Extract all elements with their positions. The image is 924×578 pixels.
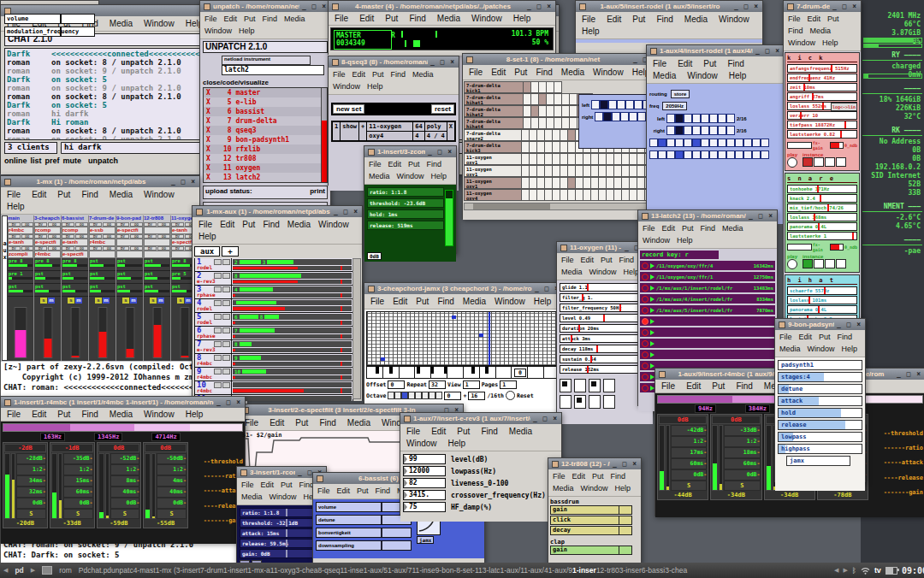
step-cell[interactable] <box>836 157 846 167</box>
step-cell[interactable] <box>531 117 539 129</box>
send-amount-bar[interactable] <box>145 264 169 267</box>
menu-item[interactable]: Help <box>513 14 531 23</box>
step-cell[interactable] <box>545 129 553 141</box>
step-cell[interactable] <box>537 189 545 201</box>
menu-item[interactable]: Help <box>186 410 204 419</box>
list-scrollbar[interactable] <box>321 88 327 182</box>
step-cell[interactable] <box>630 177 637 189</box>
compressor-param[interactable]: release: 59.5ms <box>240 539 323 548</box>
menu-item[interactable]: Window <box>397 172 424 181</box>
menu-item[interactable]: Find <box>727 59 743 68</box>
chat-button[interactable]: list <box>31 156 42 165</box>
bypass-toggle[interactable]: by <box>62 246 74 251</box>
instrument-row[interactable]: X 6 bassist <box>204 107 327 116</box>
insert-effect-name[interactable]: r4mbc <box>89 239 116 246</box>
taskbar-window-button[interactable]: 11-oxyg <box>270 566 296 575</box>
insert-effect-name[interactable]: rcomp <box>34 227 61 234</box>
window-menu-icon[interactable] <box>787 3 794 10</box>
aux-level-slider[interactable] <box>233 280 352 284</box>
close-x[interactable]: X <box>204 173 216 182</box>
step-cell[interactable] <box>709 126 718 135</box>
menu-item[interactable]: Window <box>144 19 175 28</box>
step-cell[interactable] <box>539 117 547 129</box>
menu-item[interactable]: File <box>335 14 348 23</box>
step-value[interactable]: 16 <box>468 392 485 400</box>
slider-knob[interactable] <box>817 186 819 192</box>
key-toggle[interactable] <box>603 395 615 409</box>
key-toggle[interactable] <box>589 379 601 392</box>
mute-button[interactable]: m <box>157 298 164 304</box>
instrument-name[interactable]: 13 latch2 <box>216 173 260 182</box>
taskbar-window-button[interactable]: 8-qseq <box>317 566 340 575</box>
send-amount-bar[interactable] <box>9 290 33 292</box>
channel-fader[interactable] <box>15 307 27 358</box>
step-cell[interactable] <box>614 153 622 165</box>
window-controls[interactable]: _ □ × <box>897 370 921 378</box>
step-cell[interactable] <box>622 177 630 189</box>
slider-knob[interactable] <box>818 306 820 313</box>
menu-item[interactable]: Find <box>481 427 497 436</box>
bypass-toggle[interactable]: by <box>62 222 74 227</box>
solo-button[interactable]: s <box>177 298 184 304</box>
threshold-value[interactable]: -50dB <box>157 453 187 464</box>
aux-level-slider[interactable] <box>233 334 352 339</box>
param-slider[interactable]: bonvertigkeit <box>316 528 412 538</box>
instrument-name[interactable]: 12 tr808 <box>216 154 257 163</box>
compressor-param[interactable]: gain: 0dB <box>240 549 323 558</box>
step-cell[interactable] <box>675 139 684 147</box>
open-toggle[interactable]: oo <box>103 234 116 239</box>
plus-label[interactable]: + <box>463 392 466 399</box>
record-dot[interactable] <box>642 351 649 358</box>
solo-button[interactable]: S <box>724 481 760 491</box>
menu-item[interactable]: Edit <box>431 427 446 436</box>
slider-knob[interactable] <box>814 214 815 221</box>
open-toggle[interactable]: oo <box>75 246 88 251</box>
step-cell[interactable] <box>666 114 675 123</box>
param-numberbox[interactable]: 12000 <box>403 466 446 476</box>
send-amount-bar[interactable] <box>35 290 60 292</box>
menu-item[interactable]: Put <box>408 160 420 169</box>
play-icon[interactable] <box>650 274 654 280</box>
menu-item[interactable]: Window <box>788 38 815 48</box>
step-cell[interactable] <box>825 157 835 167</box>
ratio-value[interactable]: 1:2 <box>63 464 93 475</box>
release-value[interactable]: 40ms <box>157 487 187 498</box>
menu-item[interactable]: Put <box>385 14 398 23</box>
step-cell[interactable] <box>595 112 603 121</box>
step-cell[interactable] <box>547 117 554 129</box>
titlebar[interactable]: 8-set-1 (8) - /home/roman/net_ □ × <box>463 54 661 65</box>
play-icon[interactable] <box>650 319 654 324</box>
record-dot[interactable] <box>642 285 649 292</box>
step-cell[interactable] <box>814 259 824 268</box>
aux-effect-name[interactable]: r4mbc <box>197 373 212 380</box>
send-amount-bar[interactable] <box>9 277 33 280</box>
window-controls[interactable]: _ □ × <box>533 415 558 422</box>
taskbar-window-button[interactable]: 1-insert <box>223 566 247 575</box>
record-dot[interactable] <box>642 307 649 314</box>
param-slider[interactable]: zeit 10ms <box>787 83 857 91</box>
synth-param-slider[interactable]: attack <box>778 396 862 406</box>
menu-item[interactable]: Window <box>589 268 617 277</box>
step-cell[interactable] <box>607 153 614 165</box>
slider-knob[interactable] <box>587 284 589 291</box>
menu-item[interactable]: Edit <box>32 410 46 419</box>
send-amount-bar[interactable] <box>35 264 60 267</box>
play-toggle[interactable] <box>787 157 797 168</box>
channel-fader[interactable] <box>152 307 162 358</box>
step-cell[interactable] <box>701 114 709 123</box>
white-key[interactable] <box>447 367 464 378</box>
send-slot[interactable]: pst <box>34 271 61 284</box>
step-cell[interactable] <box>607 189 614 201</box>
step-cell[interactable] <box>530 189 537 201</box>
mini-toggle[interactable] <box>222 382 230 388</box>
step-cell[interactable] <box>591 177 599 189</box>
release-value[interactable]: 60ms <box>671 458 707 469</box>
menu-item[interactable]: Find <box>263 220 279 229</box>
solo-button[interactable]: s <box>68 298 74 304</box>
step-cell[interactable] <box>568 129 576 141</box>
bypass-toggle[interactable]: by <box>8 234 21 239</box>
window-menu-icon[interactable] <box>4 399 11 406</box>
instrument-name[interactable]: 5 e-lib <box>216 97 257 107</box>
ratio-value[interactable]: 1:2 <box>671 436 707 447</box>
compressor-param[interactable]: release: 519ms <box>367 221 444 230</box>
